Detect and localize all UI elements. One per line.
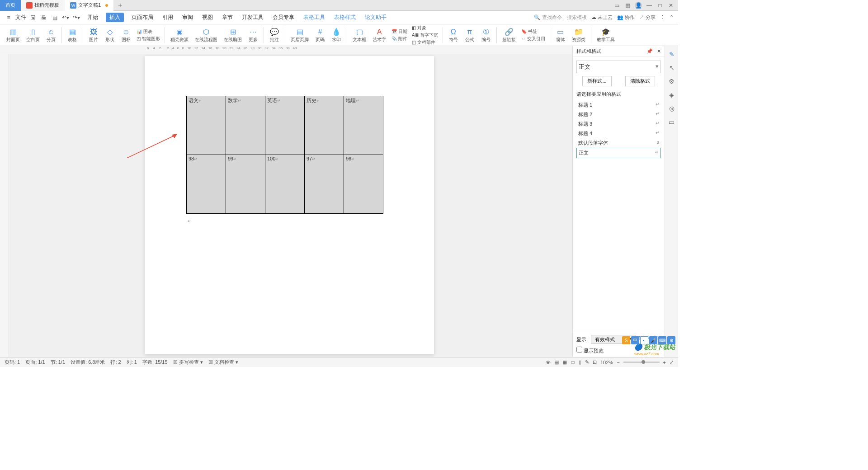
style-item-body[interactable]: 正文↵ <box>576 148 661 158</box>
ribbon-header[interactable]: ▤页眉页脚 <box>288 28 311 43</box>
ribbon-docpart[interactable]: ◫ 文档部件 <box>412 39 438 46</box>
ribbon-blank[interactable]: ▯空白页 <box>24 28 42 43</box>
tab-home[interactable]: 首页 <box>0 0 21 11</box>
ribbon-pagenum[interactable]: #页码 <box>312 28 328 43</box>
status-doccheck[interactable]: ☒ 文档检查 ▾ <box>208 359 238 366</box>
file-menu[interactable]: 文件 <box>15 14 26 21</box>
document-table[interactable]: 语文↵ 数学↵ 英语↵ 历史↵ 地理↵ 98↵ 99↵ 100↵ 97↵ 96↵ <box>186 96 383 214</box>
undo-icon[interactable]: ↶▾ <box>61 14 70 22</box>
minimize-button[interactable]: — <box>646 2 653 9</box>
status-view3-icon[interactable]: ▭ <box>571 359 575 365</box>
redo-icon[interactable]: ↷▾ <box>72 14 80 22</box>
status-chars[interactable]: 字数: 15/15 <box>142 359 168 366</box>
zoom-slider[interactable] <box>623 362 660 363</box>
ribbon-bookmark[interactable]: 🔖 书签 <box>521 28 545 35</box>
ribbon-firstdrop[interactable]: A≣ 首字下沉 <box>412 32 438 38</box>
ribbon-smart[interactable]: ◳ 智能图形 <box>137 36 160 42</box>
ribbon-comment[interactable]: 💬批注 <box>267 28 282 43</box>
ribbon-flow[interactable]: ⬡在线流程图 <box>192 28 220 43</box>
ribbon-object[interactable]: ◧ 对象 <box>412 25 438 31</box>
panel-pin-icon[interactable]: 📌 <box>646 48 653 54</box>
ribbon-more[interactable]: ⋯更多 <box>245 28 261 43</box>
style-item-h4[interactable]: 标题 4↵ <box>576 129 661 138</box>
ribbon-image[interactable]: 🖼图片 <box>86 28 101 43</box>
side-location-icon[interactable]: ◎ <box>667 104 676 113</box>
menu-paper[interactable]: 论文助手 <box>363 13 388 22</box>
ribbon-link[interactable]: 🔗超链接 <box>500 28 519 43</box>
print-icon[interactable]: 🖶 <box>40 14 48 22</box>
current-style-select[interactable]: 正文 ▾ <box>576 61 661 73</box>
grid-icon[interactable]: ▦ <box>624 2 631 9</box>
ribbon-wordart[interactable]: A艺术字 <box>370 28 389 43</box>
status-setval[interactable]: 设置值: 6.8厘米 <box>71 359 105 366</box>
zoom-fit-icon[interactable]: ⊡ <box>593 359 597 365</box>
status-col[interactable]: 列: 1 <box>127 359 137 366</box>
ribbon-number[interactable]: ①编号 <box>478 28 494 43</box>
collab-button[interactable]: 👥 协作 <box>617 14 635 21</box>
ribbon-rescls[interactable]: 📁资源类 <box>569 28 588 43</box>
collapse-ribbon-icon[interactable]: ⌃ <box>670 14 674 20</box>
zoom-value[interactable]: 102% <box>600 360 613 365</box>
hamburger-icon[interactable]: ≡ <box>5 14 13 22</box>
user-icon[interactable]: 👤 <box>635 2 642 9</box>
ribbon-water[interactable]: 💧水印 <box>329 28 344 43</box>
layout-icon[interactable]: ▭ <box>613 2 620 9</box>
more-menu-icon[interactable]: ⋮ <box>660 14 665 20</box>
ribbon-mind[interactable]: ⊞在线脑图 <box>221 28 245 43</box>
menu-ref[interactable]: 引用 <box>161 13 175 22</box>
ribbon-window[interactable]: ▭窗体 <box>553 28 568 43</box>
menu-dev[interactable]: 开发工具 <box>241 13 265 22</box>
status-spell[interactable]: ☒ 拼写检查 ▾ <box>173 359 203 366</box>
menu-tabletool[interactable]: 表格工具 <box>302 13 326 22</box>
ribbon-attach[interactable]: 📎 附件 <box>392 36 407 42</box>
document-canvas[interactable]: 语文↵ 数学↵ 英语↵ 历史↵ 地理↵ 98↵ 99↵ 100↵ 97↵ 96↵… <box>9 54 572 357</box>
side-pencil-icon[interactable]: ✎ <box>667 50 676 59</box>
save-icon[interactable]: 🖫 <box>29 14 37 22</box>
ribbon-table[interactable]: ▦表格 <box>65 28 80 43</box>
add-tab-button[interactable]: + <box>113 1 127 9</box>
menu-review[interactable]: 审阅 <box>181 13 194 22</box>
style-item-default-font[interactable]: 默认段落字体a <box>576 138 661 148</box>
menu-tablestyle[interactable]: 表格样式 <box>333 13 357 22</box>
share-button[interactable]: ↗ 分享 <box>639 14 656 21</box>
status-view1-icon[interactable]: ▤ <box>554 359 559 365</box>
ribbon-chart[interactable]: 📊 图表 <box>137 28 160 35</box>
menu-start[interactable]: 开始 <box>86 13 99 22</box>
ribbon-symbol[interactable]: Ω符号 <box>446 28 461 43</box>
close-button[interactable]: ✕ <box>667 2 675 9</box>
cloud-status[interactable]: ☁ 未上云 <box>591 14 613 21</box>
menu-insert[interactable]: 插入 <box>106 13 124 22</box>
command-search[interactable]: 🔍 查找命令、搜索模板 <box>534 14 587 21</box>
status-page[interactable]: 页面: 1/1 <box>25 359 45 366</box>
menu-layout[interactable]: 页面布局 <box>130 13 155 22</box>
status-section[interactable]: 节: 1/1 <box>51 359 65 366</box>
style-item-h1[interactable]: 标题 1↵ <box>576 100 661 110</box>
new-style-button[interactable]: 新样式... <box>582 76 611 86</box>
preview-checkbox[interactable]: 显示预览 <box>576 348 604 353</box>
ribbon-cover[interactable]: ▥封面页 <box>4 28 23 43</box>
ribbon-icon[interactable]: ☺图标 <box>118 28 134 43</box>
style-item-h2[interactable]: 标题 2↵ <box>576 110 661 119</box>
clear-format-button[interactable]: 清除格式 <box>625 76 655 86</box>
status-view2-icon[interactable]: ▦ <box>562 359 567 365</box>
ribbon-teach[interactable]: 🎓教学工具 <box>594 28 618 43</box>
ribbon-formula[interactable]: π公式 <box>462 28 477 43</box>
ribbon-dores[interactable]: ◉稻壳资源 <box>168 28 191 43</box>
vertical-ruler[interactable] <box>0 54 9 357</box>
side-book-icon[interactable]: ▭ <box>667 118 676 127</box>
ribbon-break[interactable]: ⎌分页 <box>43 28 59 43</box>
menu-view[interactable]: 视图 <box>201 13 214 22</box>
zoom-out-button[interactable]: − <box>617 360 619 365</box>
status-row[interactable]: 行: 2 <box>110 359 121 366</box>
side-layers-icon[interactable]: ◈ <box>667 90 676 99</box>
zoom-in-button[interactable]: + <box>663 360 666 365</box>
status-eye-icon[interactable]: 👁 <box>546 360 551 365</box>
maximize-button[interactable]: □ <box>656 2 664 9</box>
menu-member[interactable]: 会员专享 <box>271 13 296 22</box>
tab-document[interactable]: W 文字文稿1 <box>65 0 113 11</box>
preview-icon[interactable]: ▤ <box>51 14 59 22</box>
menu-section[interactable]: 章节 <box>221 13 234 22</box>
ribbon-date[interactable]: 📅 日期 <box>392 28 407 35</box>
status-view4-icon[interactable]: ▯ <box>579 359 581 365</box>
status-pagecode[interactable]: 页码: 1 <box>5 359 20 366</box>
